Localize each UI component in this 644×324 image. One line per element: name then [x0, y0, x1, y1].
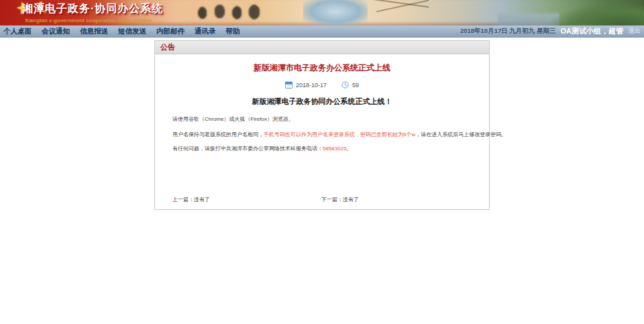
contact-phone-number: 58583025: [323, 146, 347, 152]
calendar-icon: [285, 81, 292, 89]
page: ★ ★ ★ 湘潭电子政务·协同办公系统 Xiangtan e-governmen…: [0, 0, 644, 324]
prev-article: 上一篇：没有了: [172, 196, 210, 203]
nav-item-contacts[interactable]: 通讯录: [195, 27, 216, 36]
main-nav: 个人桌面 会议通知 信息报送 短信发送 内部邮件 通讯录 帮助 2018年10月…: [0, 25, 644, 38]
hills-decoration: [537, 0, 644, 25]
paragraph-account-highlight: 手机号码也可以作为用户名来登录系统，密码已全部初始为6个w: [264, 131, 415, 138]
paragraph-account-text: 用户名保持与老版系统的用户名相同，: [172, 131, 264, 138]
paragraph-account-text: ，请在进入系统后马上修改登录密码。: [415, 131, 506, 138]
next-article-value: 没有了: [343, 197, 359, 203]
paragraph-contact-text: 。: [347, 146, 352, 152]
date-text: 2018年10月17日 九月初九 星期三: [460, 27, 556, 36]
article-subtitle: 新版湘潭电子政务协同办公系统正式上线！: [155, 97, 489, 107]
next-article: 下一篇：没有了: [321, 196, 359, 203]
article-meta: 2018-10-17 59: [155, 81, 489, 89]
paragraph-contact-text: 有任何问题，请拨打中共湘潭市委办公室网络技术科服务电话：: [172, 146, 323, 152]
paragraph-account: 用户名保持与老版系统的用户名相同，手机号码也可以作为用户名来登录系统，密码已全部…: [172, 131, 478, 138]
paragraph-contact: 有任何问题，请拨打中共湘潭市委办公室网络技术科服务电话：58583025。: [172, 145, 478, 152]
prev-article-label: 上一篇：: [172, 197, 194, 203]
nav-item-personal-desktop[interactable]: 个人桌面: [3, 27, 32, 36]
nav-menu: 个人桌面 会议通知 信息报送 短信发送 内部邮件 通讯录 帮助: [3, 25, 250, 37]
nav-item-info-report[interactable]: 信息报送: [80, 27, 108, 36]
nav-item-internal-mail[interactable]: 内部邮件: [156, 27, 184, 36]
statue-decoration: [192, 1, 267, 25]
announcement-panel: 公告 新版湘潭市电子政务办公系统正式上线 2018-10-17: [154, 40, 490, 210]
bridge-decoration: [303, 0, 368, 25]
nav-item-meeting-notice[interactable]: 会议通知: [42, 27, 70, 36]
panel-body: 新版湘潭市电子政务办公系统正式上线 2018-10-17: [155, 54, 489, 210]
app-banner: ★ ★ ★ 湘潭电子政务·协同办公系统 Xiangtan e-governmen…: [0, 0, 644, 25]
current-user: OA测试小组，超管: [561, 26, 624, 36]
logout-link[interactable]: 退出: [628, 27, 641, 36]
app-subtitle: Xiangtan e-government cooperative office…: [22, 17, 154, 23]
app-subtitle-text: Xiangtan e-government cooperative office…: [25, 17, 152, 23]
article-date: 2018-10-17: [296, 82, 327, 89]
article-title: 新版湘潭市电子政务办公系统正式上线: [155, 62, 489, 74]
prev-article-value: 没有了: [194, 197, 210, 203]
paragraph-browser: 请使用谷歌（Chrome）或火狐（Firefox）浏览器。: [172, 115, 478, 123]
nav-item-sms-send[interactable]: 短信发送: [118, 27, 146, 36]
panel-header: 公告: [155, 41, 489, 54]
view-count: 59: [352, 82, 359, 89]
app-title: 湘潭电子政务·协同办公系统: [22, 2, 163, 16]
nav-user-area: 2018年10月17日 九月初九 星期三 OA测试小组，超管 退出: [460, 25, 641, 37]
clock-icon: [341, 81, 349, 89]
next-article-label: 下一篇：: [321, 197, 343, 203]
nav-item-help[interactable]: 帮助: [226, 27, 240, 36]
